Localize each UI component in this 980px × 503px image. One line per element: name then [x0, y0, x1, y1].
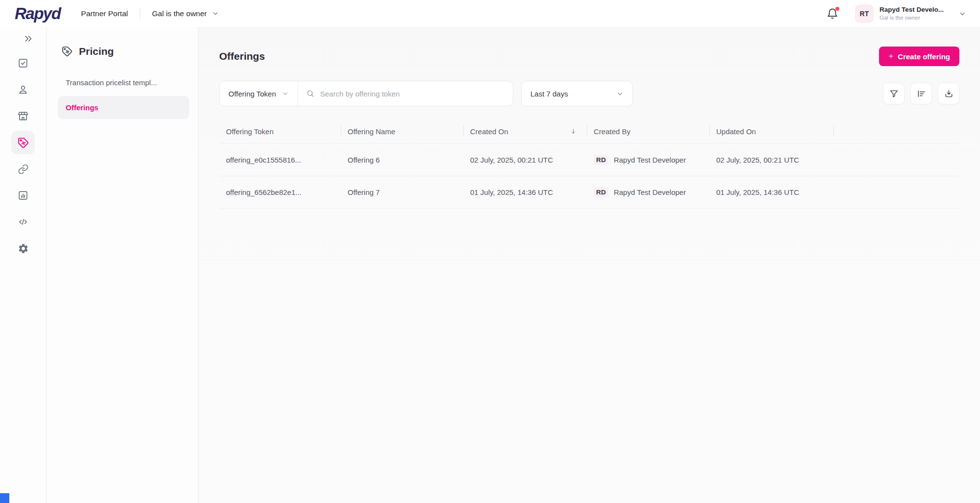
column-header-created-by[interactable]: Created By: [587, 120, 709, 143]
main-content: Offerings + Create offering Offering Tok…: [199, 27, 980, 503]
avatar[interactable]: RT: [855, 4, 874, 23]
sort-lines-icon: [916, 89, 927, 99]
date-range-selector[interactable]: Last 7 days: [521, 81, 633, 106]
rail-item-tasks[interactable]: [11, 51, 35, 75]
org-selector-value: Gal is the owner: [152, 9, 207, 18]
date-range-value: Last 7 days: [530, 90, 568, 98]
offerings-table: Offering Token Offering Name Created On …: [219, 120, 959, 209]
chevron-down-icon: [212, 10, 219, 17]
rail-item-settings[interactable]: [11, 237, 35, 260]
creator-initials-badge: RD: [594, 155, 608, 165]
creator-initials-badge: RD: [594, 187, 608, 197]
cell-created-by: RD Rapyd Test Developer: [587, 155, 709, 165]
column-header-created-on[interactable]: Created On: [463, 120, 587, 143]
column-header-offering-token[interactable]: Offering Token: [219, 120, 341, 143]
icon-rail: [0, 27, 47, 503]
cell-offering-name: Offering 7: [341, 188, 463, 196]
pricing-tag-icon: [61, 46, 73, 57]
pricing-sidebar: Pricing Transaction pricelist templ... O…: [47, 27, 199, 503]
reports-chart-icon: [17, 190, 29, 201]
download-icon: [944, 89, 954, 99]
plus-icon: +: [888, 51, 893, 61]
expand-sidebar-icon[interactable]: [22, 32, 35, 46]
rail-item-merchants[interactable]: [11, 104, 35, 128]
search-input[interactable]: [320, 90, 505, 98]
sort-button[interactable]: [910, 83, 932, 104]
pricing-tag-icon: [17, 137, 29, 149]
cell-created-by: RD Rapyd Test Developer: [587, 187, 709, 197]
creator-name: Rapyd Test Developer: [614, 188, 686, 196]
sort-desc-arrow-icon[interactable]: [570, 128, 577, 135]
sidebar-item-offerings[interactable]: Offerings: [58, 96, 189, 119]
user-subtitle: Gal is the owner: [879, 14, 944, 21]
filter-button[interactable]: [883, 83, 905, 104]
rail-item-customers[interactable]: [11, 78, 35, 101]
notification-dot: [835, 7, 839, 11]
create-offering-label: Create offering: [898, 52, 950, 61]
sidebar-item-transaction-pricelist-templates[interactable]: Transaction pricelist templ...: [58, 71, 189, 94]
search-icon: [306, 89, 315, 98]
search-field-selector[interactable]: Offering Token: [220, 81, 298, 106]
settings-gear-icon: [18, 243, 29, 254]
search-field-value: Offering Token: [228, 90, 276, 98]
column-header-offering-name[interactable]: Offering Name: [341, 120, 463, 143]
user-name: Rapyd Test Develo...: [879, 6, 944, 14]
rail-item-reports[interactable]: [11, 184, 35, 207]
links-icon: [18, 164, 29, 175]
notifications-bell-icon[interactable]: [827, 8, 838, 20]
merchants-store-icon: [17, 110, 29, 122]
table-row[interactable]: offering_e0c1555816... Offering 6 02 Jul…: [219, 143, 959, 176]
user-info: Rapyd Test Develo... Gal is the owner: [879, 6, 944, 21]
rail-item-developers[interactable]: [11, 210, 35, 234]
chevron-down-icon: [282, 90, 289, 97]
app-label: Partner Portal: [81, 9, 128, 18]
pricing-sidebar-header: Pricing: [61, 46, 189, 57]
column-header-actions: [833, 120, 959, 143]
topbar: Rapyd Partner Portal Gal is the owner RT…: [0, 0, 980, 27]
chevron-down-icon: [616, 90, 624, 97]
cell-updated-on: 01 July, 2025, 14:36 UTC: [709, 188, 833, 196]
cell-offering-token: offering_e0c1555816...: [219, 156, 341, 164]
cell-offering-token: offering_6562be82e1...: [219, 188, 341, 196]
org-selector[interactable]: Gal is the owner: [152, 9, 219, 18]
column-header-updated-on[interactable]: Updated On: [709, 120, 833, 143]
tasks-checkbox-icon: [17, 57, 29, 69]
screen-corner-artifact: [0, 493, 9, 503]
customers-person-icon: [17, 84, 29, 96]
developers-code-icon: [17, 216, 29, 228]
rail-item-links[interactable]: [11, 157, 35, 181]
download-button[interactable]: [938, 83, 959, 104]
cell-updated-on: 02 July, 2025, 00:21 UTC: [709, 156, 833, 164]
topbar-divider: [140, 7, 140, 20]
rapyd-logo[interactable]: Rapyd: [15, 4, 60, 23]
create-offering-button[interactable]: + Create offering: [879, 47, 959, 66]
cell-created-on: 02 July, 2025, 00:21 UTC: [463, 156, 587, 164]
cell-created-on: 01 July, 2025, 14:36 UTC: [463, 188, 587, 196]
creator-name: Rapyd Test Developer: [614, 156, 686, 164]
sidebar-title: Pricing: [79, 46, 114, 57]
user-menu-chevron-icon[interactable]: [958, 10, 966, 18]
funnel-filter-icon: [889, 89, 899, 99]
table-header-row: Offering Token Offering Name Created On …: [219, 120, 959, 143]
rail-item-pricing[interactable]: [11, 131, 35, 154]
cell-offering-name: Offering 6: [341, 156, 463, 164]
table-row[interactable]: offering_6562be82e1... Offering 7 01 Jul…: [219, 176, 959, 209]
page-title: Offerings: [219, 50, 265, 62]
search-combo: Offering Token: [219, 81, 513, 106]
